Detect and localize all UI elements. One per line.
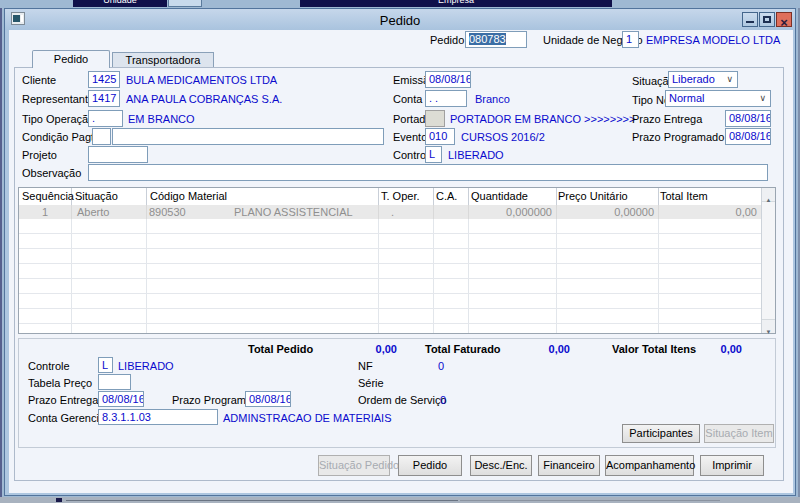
cell-sequencia: 1 — [19, 206, 71, 218]
situacao-select[interactable]: Liberado ∨ — [668, 71, 738, 88]
participantes-button[interactable]: Participantes — [622, 424, 700, 443]
background-tab-right: Empresa — [300, 0, 612, 7]
pedido-number-input[interactable]: 080783 — [465, 31, 527, 48]
total-pedido-label: Total Pedido — [248, 343, 313, 356]
unidade-negocio-input[interactable]: 1 — [622, 31, 639, 48]
pedido-button[interactable]: Pedido — [398, 455, 462, 476]
footer-controle-desc: LIBERADO — [118, 360, 174, 373]
emissao-input[interactable]: 08/08/16 — [425, 71, 471, 88]
tipo-operacao-desc: EM BRANCO — [128, 113, 195, 126]
column-header-situacao[interactable]: Situação — [75, 190, 118, 202]
minimize-button[interactable] — [742, 12, 758, 27]
portador-desc: PORTADOR EM BRANCO >>>>>>>> — [450, 113, 635, 126]
cell-descricao: PLANO ASSISTENCIAL — [234, 206, 353, 218]
cell-codigo: 890530 — [149, 206, 186, 218]
representante-label: Representante — [22, 93, 94, 106]
nf-value: 0 — [438, 360, 444, 373]
column-header-total-item[interactable]: Total Item — [660, 190, 708, 202]
tab-transportadora[interactable]: Transportadora — [112, 52, 214, 67]
conta-gerencial-label: Conta Gerencial — [28, 412, 108, 425]
condicao-pagto-code-input[interactable] — [92, 128, 111, 145]
scroll-up-icon: ▲ — [766, 197, 772, 203]
conta-gerencial-desc: ADMINSTRACAO DE MATERIAIS — [223, 412, 391, 425]
cliente-label: Cliente — [22, 74, 56, 87]
close-icon: × — [780, 15, 788, 30]
acompanhamento-button[interactable]: Acompanhamento — [605, 455, 694, 476]
pedido-number-label: Pedido — [430, 34, 464, 47]
maximize-button[interactable] — [759, 12, 775, 27]
close-button[interactable]: × — [776, 12, 792, 27]
background-bottom-strip — [0, 497, 800, 503]
table-row[interactable]: 1 Aberto 890530 PLANO ASSISTENCIAL . 0,0… — [19, 205, 761, 219]
conta-input[interactable]: . . — [425, 90, 467, 107]
table-header: Sequência Situação Código Material T. Op… — [19, 188, 761, 206]
chevron-down-icon: ∨ — [726, 72, 733, 87]
tab-pedido[interactable]: Pedido — [32, 50, 110, 68]
chevron-down-icon: ∨ — [759, 91, 766, 106]
prazo-entrega-input[interactable]: 08/08/16 — [725, 110, 771, 127]
cell-total-item: 0,00 — [658, 206, 757, 218]
prazo-programado-label: Prazo Programado — [632, 131, 724, 144]
column-header-sequencia[interactable]: Sequência — [22, 190, 74, 202]
cell-preco-unitario: 0,00000 — [556, 206, 654, 218]
column-header-quantidade[interactable]: Quantidade — [471, 190, 528, 202]
tabela-preco-input[interactable] — [98, 374, 131, 390]
cell-t-oper: . — [391, 206, 394, 218]
column-header-ca[interactable]: C.A. — [436, 190, 457, 202]
background-tab-left: Unidade — [73, 0, 167, 7]
controle-desc: LIBERADO — [448, 149, 504, 162]
column-header-codigo-material[interactable]: Código Material — [150, 190, 227, 202]
footer-prazo-entrega-input[interactable]: 08/08/16 — [98, 391, 144, 407]
pedido-number-selection: 080783 — [469, 33, 506, 45]
representante-input[interactable]: 1417 — [88, 90, 120, 107]
projeto-label: Projeto — [22, 149, 57, 162]
footer-controle-input[interactable]: L — [98, 357, 113, 373]
table-scrollbar[interactable]: ▲ ▼ — [761, 188, 775, 333]
unidade-negocio-desc: EMPRESA MODELO LTDA — [646, 34, 780, 47]
prazo-programado-input[interactable]: 08/08/16 — [725, 128, 771, 145]
scroll-down-button[interactable]: ▼ — [762, 319, 775, 333]
condicao-pagto-input[interactable] — [112, 128, 384, 145]
prazo-entrega-label: Prazo Entrega — [632, 113, 702, 126]
observacao-label: Observação — [22, 167, 81, 180]
title-bar[interactable]: Pedido × — [5, 9, 795, 30]
footer-prazo-entrega-label: Prazo Entrega — [28, 394, 98, 407]
valor-total-itens-value: 0,00 — [672, 343, 742, 356]
background-tab-box — [168, 0, 202, 7]
total-pedido-value: 0,00 — [330, 343, 397, 356]
total-faturado-value: 0,00 — [500, 343, 570, 356]
imprimir-button[interactable]: Imprimir — [700, 455, 764, 476]
representante-desc: ANA PAULA COBRANÇAS S.A. — [126, 93, 282, 106]
window-title: Pedido — [5, 13, 795, 28]
column-header-preco-unitario[interactable]: Preço Unitário — [558, 190, 628, 202]
tipo-operacao-input[interactable]: . — [88, 110, 123, 127]
total-faturado-label: Total Faturado — [425, 343, 501, 356]
footer-prazo-programado-input[interactable]: 08/08/16 — [245, 391, 291, 407]
tabela-preco-label: Tabela Preço — [28, 377, 92, 390]
nf-label: NF — [358, 360, 373, 373]
evento-input[interactable]: 010 — [425, 128, 455, 145]
cell-quantidade: 0,000000 — [468, 206, 552, 218]
scroll-up-button[interactable]: ▲ — [762, 188, 775, 202]
column-header-t-oper[interactable]: T. Oper. — [381, 190, 420, 202]
cliente-input[interactable]: 1425 — [88, 71, 120, 88]
conta-label: Conta — [393, 93, 422, 106]
conta-gerencial-input[interactable]: 8.3.1.1.03 — [98, 409, 218, 425]
evento-label: Evento — [393, 131, 427, 144]
projeto-input[interactable] — [88, 146, 148, 163]
background-window-strip: Unidade Empresa — [0, 0, 800, 8]
tipo-nota-select[interactable]: Normal ∨ — [665, 90, 771, 107]
conta-desc: Branco — [475, 93, 510, 106]
financeiro-button[interactable]: Financeiro — [538, 455, 600, 476]
controle-input[interactable]: L — [425, 146, 442, 163]
scroll-down-icon: ▼ — [766, 329, 772, 335]
cell-situacao: Aberto — [77, 206, 109, 218]
screen: Unidade Empresa Pedido × — [0, 0, 800, 503]
footer-controle-label: Controle — [28, 360, 70, 373]
desc-enc-button[interactable]: Desc./Enc. — [470, 455, 532, 476]
items-table: Sequência Situação Código Material T. Op… — [18, 187, 776, 334]
tipo-operacao-label: Tipo Operação — [22, 113, 94, 126]
observacao-input[interactable] — [88, 164, 768, 181]
cliente-desc: BULA MEDICAMENTOS LTDA — [126, 74, 277, 87]
situacao-item-button: Situação Item — [704, 424, 774, 443]
